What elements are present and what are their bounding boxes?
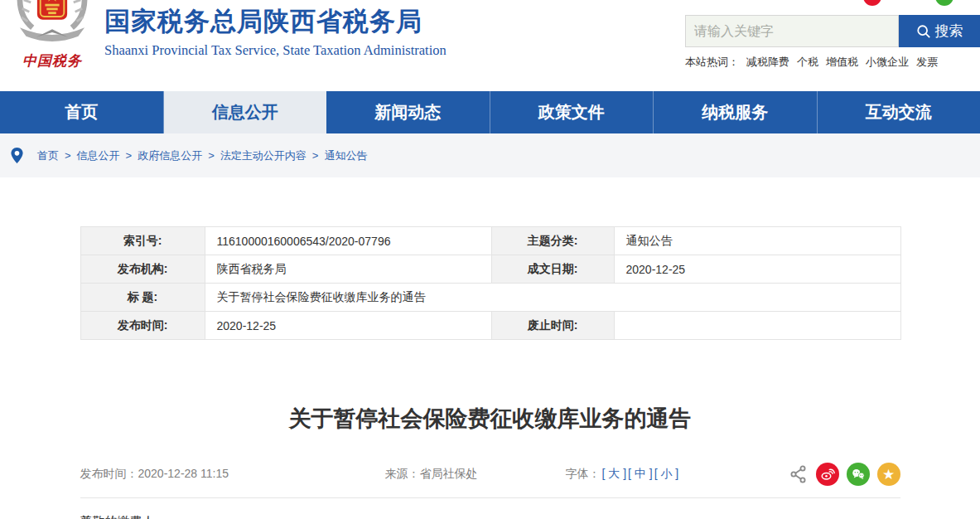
breadcrumb-separator: > bbox=[65, 149, 71, 162]
topic-category-value: 通知公告 bbox=[614, 227, 900, 255]
breadcrumb-link-gov-info[interactable]: 政府信息公开 bbox=[138, 148, 202, 163]
search-button[interactable]: 搜索 bbox=[899, 15, 980, 47]
nav-item-interaction[interactable]: 互动交流 bbox=[818, 91, 980, 133]
table-row: 标 题: 关于暂停社会保险费征收缴库业务的通告 bbox=[80, 284, 900, 312]
site-subtitle: Shaanxi Provincial Tax Service, State Ta… bbox=[104, 42, 447, 59]
nav-item-tax-service[interactable]: 纳税服务 bbox=[654, 91, 818, 133]
site-title: 国家税务总局陕西省税务局 bbox=[104, 6, 447, 36]
share-icon[interactable] bbox=[789, 464, 809, 484]
article-meta-row: 发布时间：2020-12-28 11:15 来源：省局社保处 字体： [ 大 ]… bbox=[80, 462, 900, 487]
nav-item-info-disclosure[interactable]: 信息公开 bbox=[164, 91, 327, 133]
article-salutation: 尊敬的缴费人： bbox=[80, 514, 900, 519]
main-nav: 首页 信息公开 新闻动态 政策文件 纳税服务 互动交流 bbox=[0, 91, 980, 133]
search-input[interactable] bbox=[685, 15, 899, 47]
breadcrumb-link-home[interactable]: 首页 bbox=[37, 148, 59, 163]
nav-item-policy[interactable]: 政策文件 bbox=[490, 91, 654, 133]
hot-word-link[interactable]: 减税降费 bbox=[746, 55, 789, 70]
article-publish-time: 发布时间：2020-12-28 11:15 bbox=[80, 467, 385, 482]
site-header: 中国税务 国家税务总局陕西省税务局 Shaanxi Provincial Tax… bbox=[0, 0, 980, 91]
hot-words-label: 本站热词： bbox=[685, 55, 739, 70]
search-button-label: 搜索 bbox=[935, 22, 963, 41]
issuing-agency-value: 陕西省税务局 bbox=[205, 255, 491, 284]
qzone-share-icon[interactable]: ★ bbox=[877, 463, 900, 486]
written-date-label: 成文日期: bbox=[491, 255, 614, 284]
breadcrumb-link-notices[interactable]: 通知公告 bbox=[324, 148, 367, 163]
logo-caption: 中国税务 bbox=[7, 51, 98, 70]
doc-title-label: 标 题: bbox=[80, 284, 205, 312]
publish-date-value: 2020-12-25 bbox=[205, 312, 491, 340]
tax-emblem-icon bbox=[8, 0, 96, 50]
index-number-value: 11610000160006543/2020-07796 bbox=[205, 227, 491, 255]
wechat-corner-icon[interactable] bbox=[935, 0, 953, 6]
table-row: 索引号: 11610000160006543/2020-07796 主题分类: … bbox=[80, 227, 900, 255]
hot-word-link[interactable]: 小微企业 bbox=[866, 55, 909, 70]
share-icons: ★ bbox=[789, 463, 900, 486]
index-number-label: 索引号: bbox=[80, 227, 205, 255]
search-bar: 搜索 bbox=[685, 15, 980, 47]
publish-date-label: 发布时间: bbox=[80, 312, 205, 340]
document-info-table: 索引号: 11610000160006543/2020-07796 主题分类: … bbox=[80, 226, 901, 340]
breadcrumb-separator: > bbox=[312, 149, 319, 162]
table-row: 发布机构: 陕西省税务局 成文日期: 2020-12-25 bbox=[80, 255, 900, 284]
repeal-date-value bbox=[614, 312, 900, 340]
font-size-control: 字体： [ 大 ] [ 中 ] [ 小 ] bbox=[566, 467, 679, 482]
repeal-date-label: 废止时间: bbox=[491, 312, 614, 340]
article-title: 关于暂停社会保险费征收缴库业务的通告 bbox=[80, 404, 900, 434]
hot-word-link[interactable]: 个税 bbox=[797, 55, 818, 70]
font-size-large-button[interactable]: [ 大 ] bbox=[602, 467, 627, 482]
hot-words: 本站热词： 减税降费 个税 增值税 小微企业 发票 bbox=[685, 55, 938, 70]
title-block: 国家税务总局陕西省税务局 Shaanxi Provincial Tax Serv… bbox=[104, 6, 447, 59]
qzone-star-glyph: ★ bbox=[882, 466, 895, 483]
font-size-medium-button[interactable]: [ 中 ] bbox=[628, 467, 653, 482]
site-logo: 中国税务 bbox=[7, 0, 98, 70]
search-icon bbox=[916, 24, 931, 39]
wechat-share-icon[interactable] bbox=[847, 463, 870, 486]
main-content: 索引号: 11610000160006543/2020-07796 主题分类: … bbox=[80, 226, 900, 519]
written-date-value: 2020-12-25 bbox=[614, 255, 900, 284]
breadcrumb-separator: > bbox=[126, 149, 133, 162]
article-source: 来源：省局社保处 bbox=[385, 467, 566, 482]
breadcrumb-link-info-disclosure[interactable]: 信息公开 bbox=[77, 148, 120, 163]
nav-item-news[interactable]: 新闻动态 bbox=[326, 91, 490, 133]
weibo-corner-icon[interactable] bbox=[863, 0, 881, 6]
breadcrumb: 首页 > 信息公开 > 政府信息公开 > 法定主动公开内容 > 通知公告 bbox=[0, 133, 980, 177]
breadcrumb-separator: > bbox=[208, 149, 215, 162]
weibo-share-icon[interactable] bbox=[816, 463, 839, 486]
breadcrumb-link-statutory-content[interactable]: 法定主动公开内容 bbox=[220, 148, 307, 163]
topic-category-label: 主题分类: bbox=[491, 227, 614, 255]
nav-item-home[interactable]: 首页 bbox=[0, 91, 164, 133]
font-size-label: 字体： bbox=[566, 467, 601, 482]
font-size-small-button[interactable]: [ 小 ] bbox=[654, 467, 679, 482]
location-pin-icon bbox=[10, 147, 24, 165]
issuing-agency-label: 发布机构: bbox=[80, 255, 205, 284]
hot-word-link[interactable]: 发票 bbox=[916, 55, 938, 70]
page: 中国税务 国家税务总局陕西省税务局 Shaanxi Provincial Tax… bbox=[0, 0, 980, 519]
hot-word-link[interactable]: 增值税 bbox=[826, 55, 858, 70]
table-row: 发布时间: 2020-12-25 废止时间: bbox=[80, 312, 900, 340]
doc-title-value: 关于暂停社会保险费征收缴库业务的通告 bbox=[205, 284, 900, 312]
meta-divider bbox=[80, 497, 900, 498]
